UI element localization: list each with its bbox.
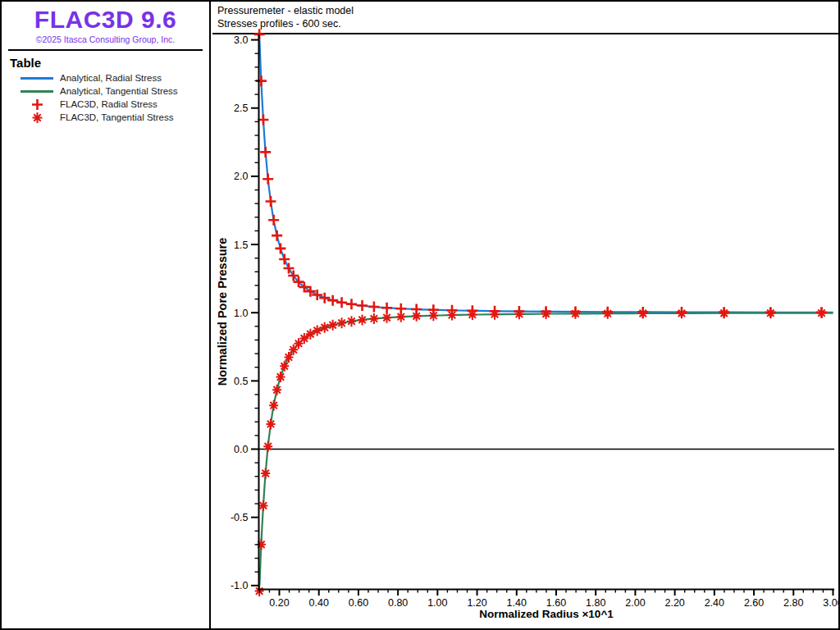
svg-text:2.20: 2.20 [664,597,684,609]
svg-text:2.60: 2.60 [744,597,764,609]
y-axis-title: Normalized Pore Pressure [216,238,229,386]
svg-text:0.60: 0.60 [349,597,368,609]
svg-text:1.20: 1.20 [467,597,486,609]
y-axis-ticks: 3.02.52.01.51.00.50.0-0.5-1.0 [231,34,259,591]
svg-text:2.40: 2.40 [705,597,724,609]
svg-text:-1.0: -1.0 [231,580,249,591]
svg-text:2.0: 2.0 [234,171,248,182]
svg-text:-0.5: -0.5 [231,512,249,523]
svg-text:1.60: 1.60 [546,597,566,609]
svg-text:0.20: 0.20 [269,597,289,609]
svg-text:1.5: 1.5 [234,240,248,251]
svg-text:0.0: 0.0 [234,444,248,455]
series-markers-plus [254,29,827,317]
svg-text:2.80: 2.80 [783,597,803,609]
x-axis-title: Normalized Radius ×10^1 [258,608,834,620]
svg-text:1.40: 1.40 [507,597,527,609]
data-series [254,29,833,596]
svg-text:1.0: 1.0 [234,308,248,319]
svg-text:0.80: 0.80 [388,597,408,609]
svg-text:3.0: 3.0 [234,34,248,46]
svg-text:3.00: 3.00 [823,597,840,609]
x-axis-ticks: 0.200.400.600.801.001.201.401.601.802.00… [259,590,840,609]
svg-text:0.40: 0.40 [309,597,329,609]
series-markers-asterisk [255,308,826,596]
svg-text:2.5: 2.5 [234,103,248,114]
svg-text:2.00: 2.00 [625,597,645,609]
svg-text:1.80: 1.80 [586,597,605,609]
svg-text:0.5: 0.5 [234,376,248,387]
flac3d-plot-window: FLAC3D 9.6 ©2025 Itasca Consulting Group… [0,0,840,630]
svg-text:1.00: 1.00 [427,597,447,609]
series-line [259,40,833,313]
plot-canvas: 3.02.52.01.51.00.50.0-0.5-1.00.200.400.6… [2,2,840,630]
